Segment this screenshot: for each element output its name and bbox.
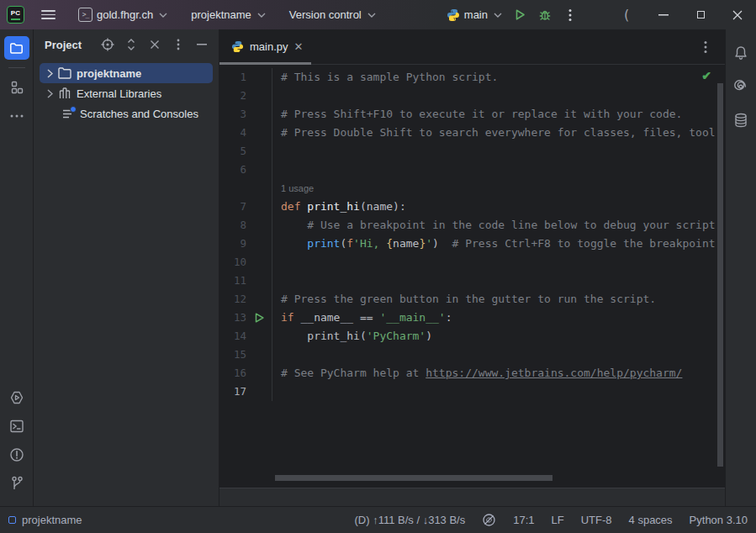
code-line[interactable]: 12# Press the green button in the gutter… (219, 290, 725, 309)
problems-tool-button[interactable] (4, 443, 29, 467)
chevron-right-icon[interactable] (43, 89, 56, 98)
line-number: 6 (219, 161, 246, 179)
code-line[interactable]: 16# See PyCharm help at https://www.jetb… (219, 364, 725, 383)
gutter[interactable]: 7 (219, 198, 272, 216)
panel-options-button[interactable] (168, 34, 188, 55)
gutter[interactable]: 11 (219, 272, 272, 290)
remote-host-widget[interactable]: >_ gold.fhgr.ch (73, 3, 172, 27)
status-project-widget[interactable]: projektname (8, 514, 82, 526)
tree-item-external-libraries[interactable]: External Libraries (40, 83, 213, 103)
inspections-widget[interactable] (482, 513, 496, 527)
interpreter-widget[interactable]: Python 3.10 (690, 514, 748, 526)
gutter[interactable]: 5 (219, 142, 272, 161)
usages-inlay[interactable]: 1 usage (281, 183, 314, 193)
project-widget[interactable]: projektname (186, 3, 271, 27)
code-line[interactable]: 9 print(f'Hi, {name}') # Press Ctrl+F8 t… (219, 235, 725, 253)
code-line[interactable]: 7def print_hi(name): (219, 198, 725, 216)
hide-panel-button[interactable] (192, 34, 212, 55)
gutter[interactable]: 1 (219, 68, 272, 87)
vertical-scrollbar[interactable] (717, 83, 723, 467)
gutter[interactable]: 15 (219, 346, 272, 364)
code-editor[interactable]: 1# This is a sample Python script.23# Pr… (219, 65, 725, 488)
code-line[interactable]: 3# Press Shift+F10 to execute it or repl… (219, 105, 725, 124)
gutter[interactable]: 14 (219, 327, 272, 346)
remote-host-label: gold.fhgr.ch (97, 8, 153, 21)
horizontal-scrollbar[interactable] (275, 475, 552, 481)
locate-file-button[interactable] (98, 34, 118, 55)
gutter[interactable]: 8 (219, 216, 272, 235)
gutter[interactable]: 9 (219, 235, 272, 253)
more-actions-button[interactable] (558, 3, 583, 27)
indent-widget[interactable]: 4 spaces (629, 514, 673, 526)
debug-button[interactable] (532, 3, 558, 27)
project-tool-button[interactable] (4, 36, 29, 60)
gutter[interactable]: 17 (219, 383, 272, 401)
expand-collapse-button[interactable] (121, 34, 141, 55)
gutter[interactable]: 12 (219, 290, 272, 309)
status-project-label: projektname (22, 514, 82, 526)
gutter[interactable]: 6 (219, 161, 272, 179)
run-button[interactable] (507, 3, 532, 27)
caret-position-widget[interactable]: 17:1 (513, 514, 534, 526)
gutter[interactable]: 10 (219, 253, 272, 272)
ai-assistant-button[interactable] (728, 75, 753, 98)
code-line[interactable]: 5 (219, 142, 725, 161)
gutter[interactable]: 16 (219, 364, 272, 383)
structure-tool-button[interactable] (4, 76, 29, 99)
tab-close-icon[interactable]: ✕ (294, 41, 304, 52)
run-configuration-widget[interactable]: main (441, 3, 507, 27)
gutter-spacer (246, 346, 272, 364)
chevron-right-icon[interactable] (43, 69, 56, 78)
minimize-button[interactable] (645, 0, 682, 29)
code-line[interactable]: 17 (219, 383, 725, 401)
code-line[interactable]: 11 (219, 272, 725, 290)
ellipsis-icon (10, 114, 24, 118)
run-line-icon[interactable] (246, 309, 272, 327)
hyperlink[interactable]: https://www.jetbrains.com/help/pycharm/ (426, 367, 682, 379)
database-button[interactable] (728, 108, 753, 132)
code-line[interactable]: 2 (219, 87, 725, 105)
inspections-ok-icon[interactable]: ✔ (701, 69, 711, 82)
tree-item-label: projektname (77, 67, 141, 80)
network-speed-widget[interactable]: (D) ↑111 B/s / ↓313 B/s (355, 514, 466, 526)
line-ending-widget[interactable]: LF (552, 514, 564, 526)
code-line[interactable]: 13if __name__ == '__main__': (219, 309, 725, 327)
more-tool-windows-button[interactable] (4, 104, 29, 128)
gutter-spacer (246, 272, 272, 290)
code-line[interactable]: 6 (219, 161, 725, 179)
main-menu-button[interactable] (36, 3, 60, 27)
git-tool-button[interactable] (4, 472, 29, 495)
tab-options-button[interactable] (693, 35, 718, 59)
code-line[interactable]: 10 (219, 253, 725, 272)
tab-title: main.py (250, 40, 288, 53)
maximize-button[interactable] (682, 0, 719, 29)
notifications-button[interactable] (728, 41, 753, 65)
module-icon (8, 516, 16, 524)
gutter[interactable]: 2 (219, 87, 272, 105)
inlay-hint-line[interactable]: 1 usage (219, 179, 725, 198)
gutter[interactable]: 3 (219, 105, 272, 124)
problems-icon (9, 447, 24, 462)
close-button[interactable] (719, 0, 756, 29)
services-tool-button[interactable] (4, 386, 29, 409)
gutter-spacer (246, 179, 272, 198)
vcs-widget[interactable]: Version control (284, 3, 381, 27)
collapse-all-button[interactable] (145, 34, 165, 55)
gutter[interactable]: 13 (219, 309, 272, 327)
code-line[interactable]: 4# Press Double Shift to search everywhe… (219, 124, 725, 142)
code-line[interactable]: 1# This is a sample Python script. (219, 68, 725, 87)
minimize-icon (658, 14, 669, 16)
code-line[interactable]: 8 # Use a breakpoint in the code line be… (219, 216, 725, 235)
tab-main-py[interactable]: main.py ✕ (219, 29, 311, 65)
tree-item-projektname[interactable]: projektname (40, 63, 213, 83)
tree-item-scratches[interactable]: Scratches and Consoles (40, 103, 213, 124)
run-configuration-label: main (464, 8, 488, 21)
code-line[interactable]: 15 (219, 346, 725, 364)
gutter[interactable]: 4 (219, 124, 272, 142)
encoding-widget[interactable]: UTF-8 (581, 514, 612, 526)
code-line[interactable]: 14 print_hi('PyCharm') (219, 327, 725, 346)
gutter[interactable] (219, 179, 272, 198)
gutter-spacer (246, 87, 272, 105)
terminal-tool-button[interactable] (4, 414, 29, 438)
crescent-icon[interactable]: ( (608, 0, 645, 29)
